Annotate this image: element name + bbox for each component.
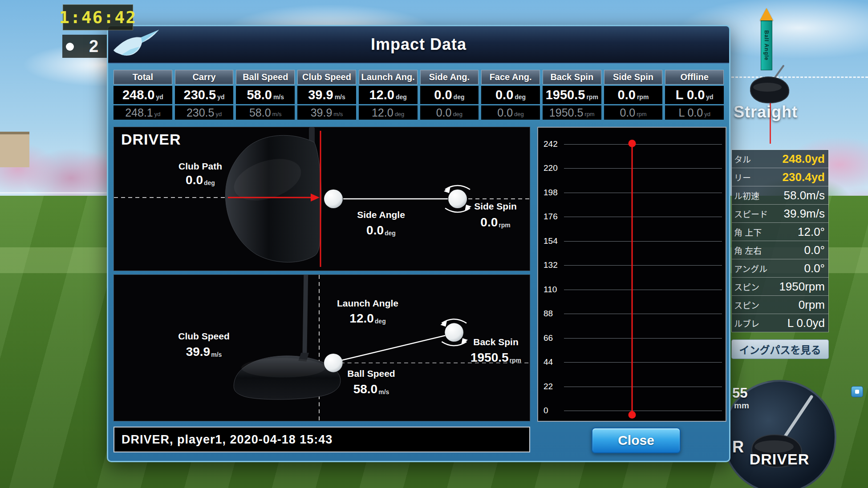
chart-gridline xyxy=(564,338,722,339)
back-spin-label: Back Spin xyxy=(473,337,519,347)
stat-previous: 0.0rpm xyxy=(604,105,663,120)
session-timer: 1:46:42 xyxy=(63,4,133,30)
driver-head-silhouette-icon xyxy=(742,62,794,109)
close-button[interactable]: Close xyxy=(592,428,681,453)
chart-tick-label: 88 xyxy=(544,309,556,319)
stat-previous: 12.0deg xyxy=(359,105,418,120)
impact-data-dialog: Impact Data Total 248.0yd 248.1yd Carry … xyxy=(107,25,730,462)
chart-tick-label: 110 xyxy=(544,285,560,294)
chart-gridline xyxy=(564,387,722,387)
stat-previous: 0.0deg xyxy=(420,105,479,120)
launch-angle-value: 12.0deg xyxy=(349,311,385,326)
stat-current: 12.0deg xyxy=(359,86,418,104)
club-side-view-panel: Launch Angle 12.0deg Club Speed 39.9m/s … xyxy=(114,274,530,421)
shot-info-bar: DRIVER, player1, 2020-04-18 15:43 xyxy=(114,427,530,452)
stat-header: Face Ang. xyxy=(481,70,540,85)
stat-column-side-angle: Side Ang. 0.0deg 0.0deg xyxy=(420,70,479,120)
stat-previous: 248.1yd xyxy=(114,105,172,120)
stat-header: Club Speed xyxy=(297,70,356,85)
stat-row-offline: ルブレL 0.0yd xyxy=(732,314,828,332)
stat-current: 58.0m/s xyxy=(236,86,295,104)
club-speed-label: Club Speed xyxy=(178,331,230,342)
stat-column-launch-angle: Launch Ang. 12.0deg 12.0deg xyxy=(359,70,418,120)
chart-tick-label: 66 xyxy=(544,333,556,343)
chart-gridline xyxy=(564,241,722,242)
side-angle-value: 0.0deg xyxy=(366,223,396,238)
chart-tick-label: 132 xyxy=(544,260,560,270)
stat-column-face-angle: Face Ang. 0.0deg 0.0deg xyxy=(481,70,540,120)
stat-column-carry: Carry 230.5yd 230.5yd xyxy=(175,70,234,120)
stat-row-carry: リー230.4yd xyxy=(732,168,828,186)
stat-previous: 1950.5rpm xyxy=(543,105,601,120)
stat-header: Offline xyxy=(665,70,724,85)
chart-tick-label: 44 xyxy=(544,357,556,367)
stat-current: 248.0yd xyxy=(114,86,172,104)
back-spin-value: 1950.5rpm xyxy=(471,351,521,365)
stat-row-back-spin: スピン1950rpm xyxy=(732,278,828,296)
top-view-graphic xyxy=(114,127,530,270)
side-spin-value: 0.0rpm xyxy=(480,215,510,230)
trajectory-start-marker xyxy=(628,411,636,419)
stat-column-club-speed: Club Speed 39.9m/s 39.9m/s xyxy=(297,70,356,120)
stat-current: 0.0deg xyxy=(420,86,479,104)
chart-gridline xyxy=(564,265,722,266)
club-top-view-panel: DRIVER xyxy=(114,127,530,271)
stat-column-side-spin: Side Spin 0.0rpm 0.0rpm xyxy=(604,70,663,120)
ball-speed-label: Ball Speed xyxy=(347,368,395,379)
chart-gridline xyxy=(564,144,722,145)
stat-row-total: タル248.0yd xyxy=(732,150,828,168)
stat-row-launch-vertical: 角 上下12.0° xyxy=(732,223,828,241)
chat-icon[interactable] xyxy=(851,386,863,397)
stat-header: Side Ang. xyxy=(420,70,479,85)
arrow-up-icon xyxy=(760,8,773,20)
chart-tick-label: 198 xyxy=(544,188,560,198)
stat-header: Side Spin xyxy=(604,70,663,85)
stat-previous: 0.0deg xyxy=(481,105,540,120)
shot-dispersion-chart: 242 220 198 176 154 132 110 88 66 44 22 … xyxy=(537,127,726,422)
dialog-title: Impact Data xyxy=(371,35,466,54)
chart-gridline xyxy=(564,290,722,290)
stat-header: Carry xyxy=(175,70,234,85)
scoreboard-number: 2 xyxy=(89,37,98,56)
stat-row-side-spin: スピン0rpm xyxy=(732,296,828,314)
chart-gridline xyxy=(564,168,722,169)
chart-gridline xyxy=(564,314,722,314)
chart-gridline xyxy=(564,411,722,411)
ball-angle-indicator: Ball Angle xyxy=(759,8,774,70)
stat-current: L 0.0yd xyxy=(665,86,724,104)
ball-angle-label: Ball Angle xyxy=(763,30,770,60)
view-swing-path-button[interactable]: イングパスを見る xyxy=(731,339,829,359)
stat-previous: 39.9m/s xyxy=(297,105,356,120)
scoreboard-dot-icon xyxy=(66,43,74,51)
stat-current: 0.0rpm xyxy=(604,86,663,104)
chart-gridline xyxy=(564,362,722,363)
impact-stats-row: Total 248.0yd 248.1yd Carry 230.5yd 230.… xyxy=(114,70,724,120)
chart-tick-label: 22 xyxy=(544,382,556,391)
stat-current: 1950.5rpm xyxy=(543,86,601,104)
golf-sim-screen: 1:46:42 2 Ball Angle Straight タル248.0yd … xyxy=(0,0,868,488)
club-name-fragment: R xyxy=(732,438,744,456)
stat-column-back-spin: Back Spin 1950.5rpm 1950.5rpm xyxy=(543,70,601,120)
stat-row-face-angle: アングル0.0° xyxy=(732,259,828,278)
trajectory-end-marker xyxy=(628,140,636,147)
side-angle-label: Side Angle xyxy=(357,210,405,220)
stat-column-ball-speed: Ball Speed 58.0m/s 58.0m/s xyxy=(236,70,295,120)
launch-angle-label: Launch Angle xyxy=(337,298,398,309)
side-spin-label: Side Spin xyxy=(474,201,517,212)
stat-current: 0.0deg xyxy=(481,86,540,104)
stat-current: 230.5yd xyxy=(175,86,234,104)
stat-header: Launch Ang. xyxy=(359,70,418,85)
japanese-stats-panel: タル248.0yd リー230.4yd ル初速58.0m/s スピード39.9m… xyxy=(731,149,829,332)
chart-gridline xyxy=(564,193,722,193)
club-speed-value: 39.9m/s xyxy=(186,345,222,359)
stat-header: Ball Speed xyxy=(236,70,295,85)
stat-header: Back Spin xyxy=(543,70,601,85)
chart-tick-label: 0 xyxy=(544,406,551,415)
chart-tick-label: 176 xyxy=(544,212,560,222)
trajectory-line xyxy=(631,143,633,414)
stat-column-offline: Offline L 0.0yd L 0.0yd xyxy=(665,70,724,120)
stat-previous: 230.5yd xyxy=(175,105,234,120)
club-length-value-fragment: 55 xyxy=(732,385,747,401)
stat-column-total: Total 248.0yd 248.1yd xyxy=(114,70,172,120)
stat-row-launch-horizontal: 角 左右0.0° xyxy=(732,241,828,259)
